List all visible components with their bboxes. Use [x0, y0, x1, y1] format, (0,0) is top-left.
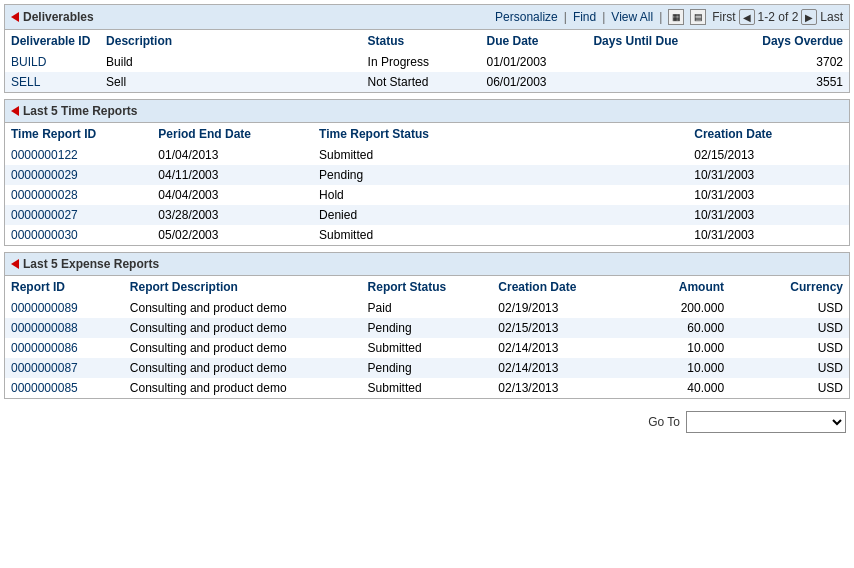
col-days-overdue: Days Overdue [730, 30, 849, 52]
col-description: Description [100, 30, 362, 52]
collapse-time-reports-icon[interactable] [11, 106, 19, 116]
exp-amount-cell: 60.000 [611, 318, 730, 338]
go-to-label: Go To [648, 415, 680, 429]
del-desc-cell: Build [100, 52, 362, 72]
exp-id-cell: 0000000087 [5, 358, 124, 378]
deliverables-table: Deliverable ID Description Status Due Da… [5, 30, 849, 92]
expense-reports-table: Report ID Report Description Report Stat… [5, 276, 849, 398]
tr-creation-cell: 10/31/2003 [688, 185, 849, 205]
prev-btn[interactable]: ◀ [739, 9, 755, 25]
tr-status-cell: Submitted [313, 145, 688, 165]
exp-id-cell: 0000000086 [5, 338, 124, 358]
expense-reports-section: Last 5 Expense Reports Report ID Report … [4, 252, 850, 399]
exp-creation-cell: 02/14/2013 [492, 358, 611, 378]
tr-period-cell: 01/04/2013 [152, 145, 313, 165]
tr-id-cell: 0000000029 [5, 165, 152, 185]
exp-currency-cell: USD [730, 338, 849, 358]
tr-creation-cell: 10/31/2003 [688, 165, 849, 185]
tr-status-cell: Hold [313, 185, 688, 205]
exp-id-cell: 0000000089 [5, 298, 124, 318]
expense-reports-title: Last 5 Expense Reports [23, 257, 159, 271]
page-info: 1-2 of 2 [758, 10, 799, 24]
table-row: 0000000087 Consulting and product demo P… [5, 358, 849, 378]
exp-id-link[interactable]: 0000000088 [11, 321, 78, 335]
time-reports-header-row: Time Report ID Period End Date Time Repo… [5, 123, 849, 145]
tr-period-cell: 03/28/2003 [152, 205, 313, 225]
col-exp-id: Report ID [5, 276, 124, 298]
table-row: 0000000089 Consulting and product demo P… [5, 298, 849, 318]
del-id-link[interactable]: SELL [11, 75, 40, 89]
next-btn[interactable]: ▶ [801, 9, 817, 25]
del-due-cell: 01/01/2003 [480, 52, 587, 72]
table-row: 0000000027 03/28/2003 Denied 10/31/2003 [5, 205, 849, 225]
del-dud-cell [587, 72, 730, 92]
del-id-link[interactable]: BUILD [11, 55, 46, 69]
footer-bar: Go To [4, 405, 850, 439]
exp-creation-cell: 02/19/2013 [492, 298, 611, 318]
time-reports-title: Last 5 Time Reports [23, 104, 137, 118]
table-row: 0000000028 04/04/2003 Hold 10/31/2003 [5, 185, 849, 205]
tr-id-link[interactable]: 0000000030 [11, 228, 78, 242]
col-due-date: Due Date [480, 30, 587, 52]
exp-id-link[interactable]: 0000000089 [11, 301, 78, 315]
del-dud-cell [587, 52, 730, 72]
exp-id-link[interactable]: 0000000085 [11, 381, 78, 395]
chart-icon[interactable]: ▤ [690, 9, 706, 25]
col-deliverable-id: Deliverable ID [5, 30, 100, 52]
del-dov-cell: 3702 [730, 52, 849, 72]
collapse-expense-reports-icon[interactable] [11, 259, 19, 269]
tr-id-link[interactable]: 0000000122 [11, 148, 78, 162]
exp-desc-cell: Consulting and product demo [124, 318, 362, 338]
col-tr-status: Time Report Status [313, 123, 688, 145]
table-row: SELL Sell Not Started 06/01/2003 3551 [5, 72, 849, 92]
table-row: 0000000029 04/11/2003 Pending 10/31/2003 [5, 165, 849, 185]
tr-status-cell: Pending [313, 165, 688, 185]
expense-reports-header-left: Last 5 Expense Reports [11, 257, 159, 271]
tr-id-cell: 0000000122 [5, 145, 152, 165]
find-link[interactable]: Find [573, 10, 596, 24]
tr-id-cell: 0000000028 [5, 185, 152, 205]
tr-status-cell: Submitted [313, 225, 688, 245]
exp-id-link[interactable]: 0000000086 [11, 341, 78, 355]
time-reports-header: Last 5 Time Reports [5, 100, 849, 123]
col-tr-id: Time Report ID [5, 123, 152, 145]
tr-id-cell: 0000000027 [5, 205, 152, 225]
col-exp-desc: Report Description [124, 276, 362, 298]
exp-amount-cell: 10.000 [611, 338, 730, 358]
tr-id-link[interactable]: 0000000027 [11, 208, 78, 222]
del-desc-cell: Sell [100, 72, 362, 92]
col-exp-status: Report Status [362, 276, 493, 298]
tr-id-link[interactable]: 0000000028 [11, 188, 78, 202]
tr-id-link[interactable]: 0000000029 [11, 168, 78, 182]
table-row: BUILD Build In Progress 01/01/2003 3702 [5, 52, 849, 72]
deliverables-header: Deliverables Personalize | Find | View A… [5, 5, 849, 30]
deliverables-section: Deliverables Personalize | Find | View A… [4, 4, 850, 93]
col-tr-creation: Creation Date [688, 123, 849, 145]
exp-currency-cell: USD [730, 358, 849, 378]
go-to-select[interactable] [686, 411, 846, 433]
col-exp-currency: Currency [730, 276, 849, 298]
table-row: 0000000088 Consulting and product demo P… [5, 318, 849, 338]
grid-icon[interactable]: ▦ [668, 9, 684, 25]
exp-id-cell: 0000000088 [5, 318, 124, 338]
table-row: 0000000030 05/02/2003 Submitted 10/31/20… [5, 225, 849, 245]
tr-period-cell: 05/02/2003 [152, 225, 313, 245]
view-all-link[interactable]: View All [611, 10, 653, 24]
tr-period-cell: 04/04/2003 [152, 185, 313, 205]
tr-period-cell: 04/11/2003 [152, 165, 313, 185]
table-row: 0000000122 01/04/2013 Submitted 02/15/20… [5, 145, 849, 165]
time-reports-section: Last 5 Time Reports Time Report ID Perio… [4, 99, 850, 246]
deliverables-nav: Personalize | Find | View All | ▦ ▤ Firs… [495, 9, 843, 25]
table-row: 0000000085 Consulting and product demo S… [5, 378, 849, 398]
exp-amount-cell: 200.000 [611, 298, 730, 318]
exp-desc-cell: Consulting and product demo [124, 378, 362, 398]
collapse-deliverables-icon[interactable] [11, 12, 19, 22]
del-status-cell: Not Started [362, 72, 481, 92]
expense-reports-header: Last 5 Expense Reports [5, 253, 849, 276]
exp-id-cell: 0000000085 [5, 378, 124, 398]
exp-id-link[interactable]: 0000000087 [11, 361, 78, 375]
time-reports-header-left: Last 5 Time Reports [11, 104, 137, 118]
del-due-cell: 06/01/2003 [480, 72, 587, 92]
personalize-link[interactable]: Personalize [495, 10, 558, 24]
tr-creation-cell: 10/31/2003 [688, 225, 849, 245]
